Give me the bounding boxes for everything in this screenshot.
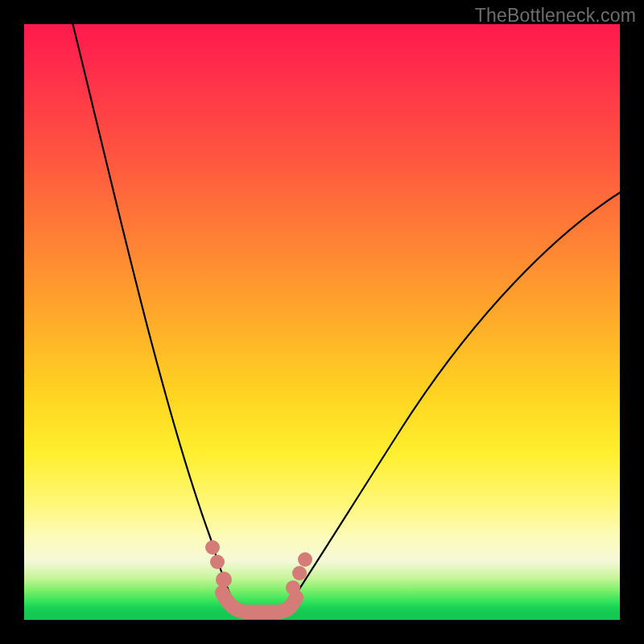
bottleneck-chart (24, 24, 620, 620)
valley-floor-arc (222, 592, 296, 612)
right-branch-curve (287, 192, 621, 609)
marker-dot (216, 572, 232, 588)
watermark-text: TheBottleneck.com (475, 5, 636, 27)
marker-dot (210, 555, 225, 569)
marker-dot (286, 580, 300, 595)
outer-black-frame: TheBottleneck.com (0, 0, 644, 644)
left-branch-curve (71, 16, 237, 609)
marker-dot (205, 540, 220, 555)
marker-dot (292, 566, 307, 580)
marker-dot (298, 552, 312, 567)
chart-svg (24, 24, 620, 620)
